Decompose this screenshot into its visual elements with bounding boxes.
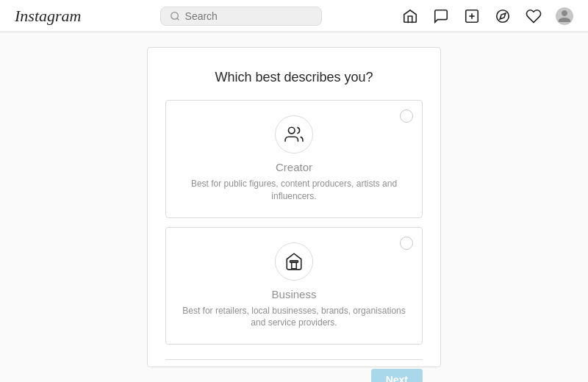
business-option[interactable]: Business Best for retailers, local busin… bbox=[165, 227, 423, 345]
creator-radio[interactable] bbox=[400, 109, 413, 123]
card-container: Which best describes you? Creator Best f… bbox=[147, 47, 441, 367]
likes-icon[interactable] bbox=[525, 7, 542, 25]
creator-option[interactable]: Creator Best for public figures, content… bbox=[165, 100, 423, 218]
creator-label: Creator bbox=[276, 161, 312, 173]
avatar bbox=[556, 7, 573, 25]
page-title: Which best describes you? bbox=[165, 70, 423, 85]
search-bar[interactable] bbox=[160, 7, 322, 26]
header-icons bbox=[401, 7, 573, 25]
new-post-icon[interactable] bbox=[463, 7, 481, 25]
header: Instagram bbox=[0, 0, 588, 32]
instagram-logo: Instagram bbox=[15, 7, 81, 26]
explore-icon[interactable] bbox=[494, 7, 512, 25]
business-icon-circle bbox=[275, 242, 313, 281]
next-button[interactable]: Next bbox=[371, 369, 423, 382]
creator-icon-circle bbox=[275, 115, 313, 154]
home-icon[interactable] bbox=[401, 7, 419, 25]
search-input[interactable] bbox=[185, 10, 313, 22]
svg-rect-9 bbox=[290, 261, 298, 262]
messages-icon[interactable] bbox=[432, 7, 450, 25]
business-icon bbox=[284, 252, 304, 271]
card-footer: Next bbox=[165, 359, 423, 382]
creator-icon bbox=[284, 125, 304, 144]
business-label: Business bbox=[272, 288, 317, 300]
main-content: Which best describes you? Creator Best f… bbox=[0, 32, 588, 382]
svg-point-7 bbox=[288, 127, 295, 134]
business-description: Best for retailers, local businesses, br… bbox=[178, 305, 410, 330]
svg-point-0 bbox=[171, 12, 179, 19]
business-radio[interactable] bbox=[400, 237, 413, 250]
svg-line-1 bbox=[177, 18, 179, 20]
svg-marker-6 bbox=[500, 13, 506, 19]
svg-rect-8 bbox=[292, 262, 297, 269]
svg-point-5 bbox=[497, 10, 509, 22]
profile-avatar[interactable] bbox=[556, 7, 573, 25]
search-icon bbox=[170, 10, 180, 22]
creator-description: Best for public figures, content produce… bbox=[178, 178, 410, 203]
